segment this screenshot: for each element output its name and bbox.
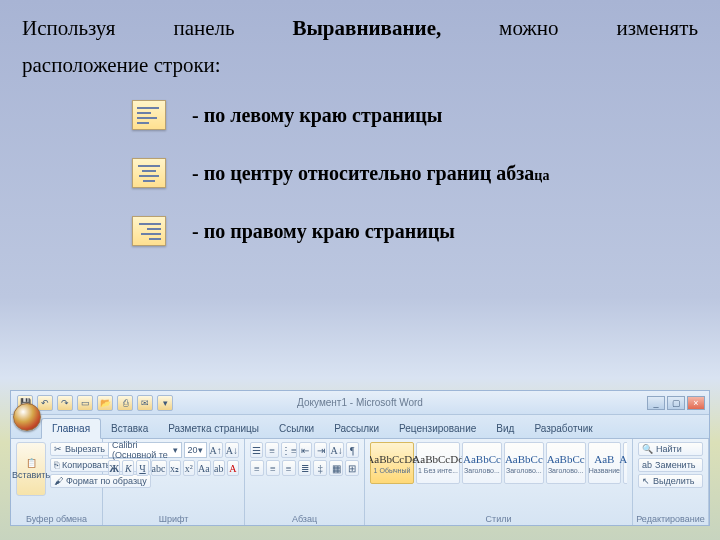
- highlight-button[interactable]: ab: [213, 460, 225, 476]
- tab-developer[interactable]: Разработчик: [524, 419, 602, 438]
- tab-mailings[interactable]: Рассылки: [324, 419, 389, 438]
- clipboard-icon: 📋: [26, 458, 37, 468]
- underline-button[interactable]: Ч: [136, 460, 148, 476]
- titlebar: 💾 ↶ ↷ ▭ 📂 ⎙ ✉ ▾ Документ1 - Microsoft Wo…: [11, 391, 709, 415]
- cursor-icon: ↖: [642, 476, 650, 486]
- copy-icon: ⎘: [54, 460, 59, 470]
- align-item-right: - по правому краю страницы: [132, 216, 698, 246]
- word-bold: Выравнивание,: [292, 16, 441, 41]
- group-label: Редактирование: [633, 514, 708, 524]
- search-icon: 🔍: [642, 444, 653, 454]
- word: панель: [173, 16, 234, 41]
- maximize-button[interactable]: ▢: [667, 396, 685, 410]
- shading-button[interactable]: ▦: [329, 460, 343, 476]
- numbering-button[interactable]: ≡: [265, 442, 278, 458]
- paste-button[interactable]: 📋 Вставить: [16, 442, 46, 496]
- line-spacing-button[interactable]: ‡: [313, 460, 327, 476]
- tab-view[interactable]: Вид: [486, 419, 524, 438]
- group-label: Буфер обмена: [11, 514, 102, 524]
- bullets-button[interactable]: ☰: [250, 442, 263, 458]
- sort-button[interactable]: A↓: [329, 442, 343, 458]
- group-styles: AaBbCcDd1 ОбычныйAaBbCcDd1 Без инте...Aa…: [365, 439, 633, 525]
- align-item-left: - по левому краю страницы: [132, 100, 698, 130]
- window-title: Документ1 - Microsoft Word: [297, 397, 423, 408]
- group-font: Calibri (Основной те▾ 20▾ A↑ A↓ Ж К Ч ab…: [103, 439, 245, 525]
- group-paragraph: ☰ ≡ ⋮≡ ⇤ ⇥ A↓ ¶ ≡ ≡ ≡ ≣ ‡ ▦ ⊞ Абзац: [245, 439, 365, 525]
- align-left-icon: [132, 100, 166, 130]
- office-button[interactable]: [13, 403, 41, 431]
- tab-references[interactable]: Ссылки: [269, 419, 324, 438]
- superscript-button[interactable]: x²: [183, 460, 195, 476]
- align-right-label: - по правому краю страницы: [192, 220, 455, 243]
- align-item-center: - по центру относительно границ абзаца: [132, 158, 698, 188]
- select-button[interactable]: ↖Выделить: [638, 474, 703, 488]
- qat-email-icon[interactable]: ✉: [137, 395, 153, 411]
- tab-review[interactable]: Рецензирование: [389, 419, 486, 438]
- align-center-label: - по центру относительно границ абзаца: [192, 162, 549, 185]
- shrink-font-button[interactable]: A↓: [225, 442, 239, 458]
- group-editing: 🔍Найти abЗаменить ↖Выделить Редактирован…: [633, 439, 709, 525]
- brush-icon: 🖌: [54, 476, 63, 486]
- align-center-icon: [132, 158, 166, 188]
- style-item[interactable]: AaBbCcЗаголово...: [504, 442, 544, 484]
- italic-button[interactable]: К: [122, 460, 134, 476]
- minimize-button[interactable]: _: [647, 396, 665, 410]
- word: Используя: [22, 16, 116, 41]
- group-clipboard: 📋 Вставить ✂Вырезать ⎘Копировать 🖌Формат…: [11, 439, 103, 525]
- tab-insert[interactable]: Вставка: [101, 419, 158, 438]
- tab-layout[interactable]: Разметка страницы: [158, 419, 269, 438]
- find-button[interactable]: 🔍Найти: [638, 442, 703, 456]
- multilevel-button[interactable]: ⋮≡: [281, 442, 297, 458]
- align-left-button[interactable]: ≡: [250, 460, 264, 476]
- word-ribbon: 💾 ↶ ↷ ▭ 📂 ⎙ ✉ ▾ Документ1 - Microsoft Wo…: [10, 390, 710, 526]
- borders-button[interactable]: ⊞: [345, 460, 359, 476]
- word: можно: [499, 16, 559, 41]
- ribbon-tabs: Главная Вставка Разметка страницы Ссылки…: [11, 415, 709, 439]
- qat-new-icon[interactable]: ▭: [77, 395, 93, 411]
- font-color-button[interactable]: A: [227, 460, 239, 476]
- scissors-icon: ✂: [54, 444, 62, 454]
- subscript-button[interactable]: x₂: [169, 460, 181, 476]
- grow-font-button[interactable]: A↑: [209, 442, 223, 458]
- align-center-button[interactable]: ≡: [266, 460, 280, 476]
- align-right-button[interactable]: ≡: [282, 460, 296, 476]
- justify-button[interactable]: ≣: [298, 460, 312, 476]
- qat-open-icon[interactable]: 📂: [97, 395, 113, 411]
- align-right-icon: [132, 216, 166, 246]
- group-label: Шрифт: [103, 514, 244, 524]
- strike-button[interactable]: abc: [151, 460, 167, 476]
- style-item[interactable]: AaBbCcЗаголово...: [462, 442, 502, 484]
- align-left-label: - по левому краю страницы: [192, 104, 442, 127]
- ribbon-groups: 📋 Вставить ✂Вырезать ⎘Копировать 🖌Формат…: [11, 439, 709, 525]
- case-button[interactable]: Aa: [197, 460, 211, 476]
- style-item[interactable]: AaBНазвание: [588, 442, 621, 484]
- tab-home[interactable]: Главная: [41, 418, 101, 439]
- outdent-button[interactable]: ⇤: [299, 442, 312, 458]
- font-name-dropdown[interactable]: Calibri (Основной те▾: [108, 442, 182, 458]
- heading-row: Используя панель Выравнивание, можно изм…: [22, 16, 698, 41]
- replace-button[interactable]: abЗаменить: [638, 458, 703, 472]
- heading-line2: расположение строки:: [22, 53, 698, 78]
- group-label: Абзац: [245, 514, 364, 524]
- replace-icon: ab: [642, 460, 652, 470]
- qat-redo-icon[interactable]: ↷: [57, 395, 73, 411]
- word: изменять: [617, 16, 699, 41]
- style-item[interactable]: AaBbCcDd1 Без инте...: [416, 442, 460, 484]
- font-size-dropdown[interactable]: 20▾: [184, 442, 207, 458]
- style-item[interactable]: AaBbCcDd1 Обычный: [370, 442, 414, 484]
- qat-more-icon[interactable]: ▾: [157, 395, 173, 411]
- show-marks-button[interactable]: ¶: [346, 442, 359, 458]
- group-label: Стили: [365, 514, 632, 524]
- bold-button[interactable]: Ж: [108, 460, 120, 476]
- qat-quick-icon[interactable]: ⎙: [117, 395, 133, 411]
- style-item[interactable]: AaBbCcЗаголово...: [546, 442, 586, 484]
- style-item[interactable]: AaBbCcDdПодзагол...: [623, 442, 627, 484]
- indent-button[interactable]: ⇥: [314, 442, 327, 458]
- close-button[interactable]: ×: [687, 396, 705, 410]
- qat-undo-icon[interactable]: ↶: [37, 395, 53, 411]
